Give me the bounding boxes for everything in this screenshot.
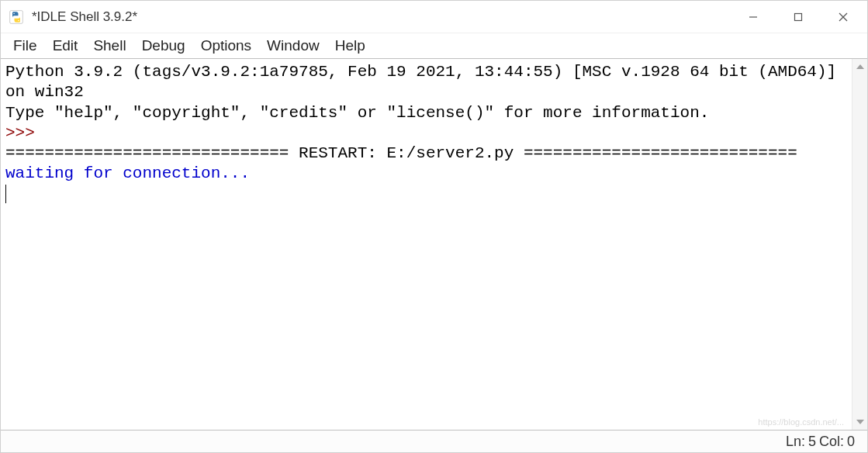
menu-window[interactable]: Window — [259, 36, 327, 56]
menu-file[interactable]: File — [5, 36, 45, 56]
menu-debug[interactable]: Debug — [134, 36, 193, 56]
minimize-button[interactable] — [731, 1, 776, 33]
editor-area: Python 3.9.2 (tags/v3.9.2:1a79785, Feb 1… — [1, 58, 867, 431]
python-banner: Python 3.9.2 (tags/v3.9.2:1a79785, Feb 1… — [5, 63, 846, 101]
maximize-button[interactable] — [776, 1, 821, 33]
python-idle-icon — [9, 9, 24, 25]
prompt: >>> — [5, 124, 44, 142]
menu-help[interactable]: Help — [327, 36, 373, 56]
watermark: https://blog.csdn.net/... — [758, 417, 844, 428]
text-cursor — [5, 185, 6, 202]
statusbar: Ln: 5 Col: 0 — [1, 431, 867, 452]
window-title: *IDLE Shell 3.9.2* — [32, 9, 731, 25]
titlebar: *IDLE Shell 3.9.2* — [1, 1, 867, 33]
svg-point-1 — [13, 12, 15, 14]
menubar: File Edit Shell Debug Options Window Hel… — [1, 33, 867, 58]
svg-point-2 — [18, 19, 19, 20]
vertical-scrollbar[interactable] — [852, 59, 867, 430]
scroll-up-icon[interactable] — [852, 59, 867, 74]
menu-shell[interactable]: Shell — [85, 36, 133, 56]
menu-options[interactable]: Options — [193, 36, 259, 56]
program-output: waiting for connection... — [5, 164, 250, 182]
python-banner-hint: Type "help", "copyright", "credits" or "… — [5, 104, 709, 122]
col-value: 0 — [847, 434, 855, 450]
scroll-down-icon[interactable] — [852, 414, 867, 430]
shell-text-area[interactable]: Python 3.9.2 (tags/v3.9.2:1a79785, Feb 1… — [1, 59, 852, 430]
menu-edit[interactable]: Edit — [45, 36, 86, 56]
line-label: Ln: — [786, 434, 805, 450]
window-controls — [731, 1, 866, 33]
close-button[interactable] — [821, 1, 866, 33]
restart-banner: ============================= RESTART: E… — [5, 144, 797, 162]
svg-rect-4 — [795, 13, 802, 20]
line-value: 5 — [808, 434, 816, 450]
col-label: Col: — [819, 434, 844, 450]
